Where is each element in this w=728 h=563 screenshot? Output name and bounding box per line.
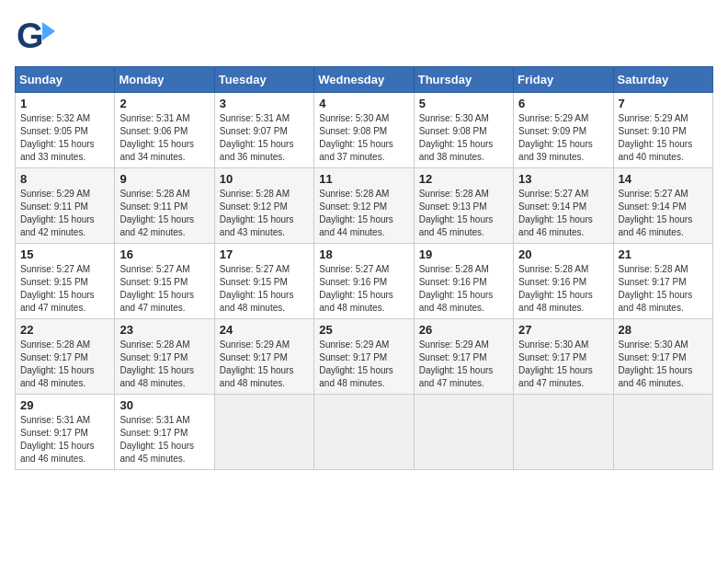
calendar-day-cell: 10 Sunrise: 5:28 AMSunset: 9:12 PMDaylig… bbox=[214, 168, 313, 244]
weekday-header: Friday bbox=[514, 67, 613, 93]
calendar-day-cell bbox=[514, 395, 613, 470]
day-info: Sunrise: 5:29 AMSunset: 9:17 PMDaylight:… bbox=[419, 339, 494, 388]
calendar-day-cell: 14 Sunrise: 5:27 AMSunset: 9:14 PMDaylig… bbox=[613, 168, 712, 244]
day-info: Sunrise: 5:29 AMSunset: 9:17 PMDaylight:… bbox=[220, 339, 294, 388]
day-info: Sunrise: 5:28 AMSunset: 9:16 PMDaylight:… bbox=[518, 264, 593, 313]
day-info: Sunrise: 5:30 AMSunset: 9:17 PMDaylight:… bbox=[619, 339, 693, 388]
day-number: 22 bbox=[20, 323, 109, 337]
day-number: 9 bbox=[119, 172, 209, 186]
day-info: Sunrise: 5:32 AMSunset: 9:05 PMDaylight:… bbox=[20, 113, 95, 162]
calendar-day-cell: 15 Sunrise: 5:27 AMSunset: 9:15 PMDaylig… bbox=[16, 244, 115, 319]
calendar-day-cell: 22 Sunrise: 5:28 AMSunset: 9:17 PMDaylig… bbox=[16, 319, 115, 395]
calendar-day-cell: 3 Sunrise: 5:31 AMSunset: 9:07 PMDayligh… bbox=[214, 93, 313, 168]
day-info: Sunrise: 5:28 AMSunset: 9:17 PMDaylight:… bbox=[20, 339, 95, 388]
day-number: 1 bbox=[20, 97, 109, 110]
day-number: 23 bbox=[119, 323, 209, 337]
day-info: Sunrise: 5:29 AMSunset: 9:09 PMDaylight:… bbox=[518, 113, 593, 162]
day-number: 28 bbox=[619, 323, 708, 337]
day-info: Sunrise: 5:29 AMSunset: 9:11 PMDaylight:… bbox=[20, 189, 95, 237]
day-info: Sunrise: 5:31 AMSunset: 9:07 PMDaylight:… bbox=[220, 113, 294, 162]
day-info: Sunrise: 5:30 AMSunset: 9:17 PMDaylight:… bbox=[518, 339, 593, 388]
day-info: Sunrise: 5:31 AMSunset: 9:17 PMDaylight:… bbox=[119, 415, 194, 464]
calendar-day-cell bbox=[613, 395, 712, 470]
day-info: Sunrise: 5:28 AMSunset: 9:12 PMDaylight:… bbox=[319, 189, 393, 237]
weekday-header: Tuesday bbox=[214, 67, 313, 93]
day-info: Sunrise: 5:29 AMSunset: 9:17 PMDaylight:… bbox=[319, 339, 393, 388]
calendar-day-cell bbox=[314, 395, 414, 470]
day-number: 30 bbox=[119, 398, 209, 412]
calendar-day-cell: 17 Sunrise: 5:27 AMSunset: 9:15 PMDaylig… bbox=[214, 244, 313, 319]
day-info: Sunrise: 5:28 AMSunset: 9:13 PMDaylight:… bbox=[419, 189, 494, 237]
weekday-header: Saturday bbox=[613, 67, 712, 93]
weekday-header: Wednesday bbox=[314, 67, 414, 93]
day-info: Sunrise: 5:28 AMSunset: 9:17 PMDaylight:… bbox=[119, 339, 194, 388]
day-info: Sunrise: 5:27 AMSunset: 9:14 PMDaylight:… bbox=[619, 189, 693, 237]
day-number: 13 bbox=[518, 172, 608, 186]
calendar-day-cell: 24 Sunrise: 5:29 AMSunset: 9:17 PMDaylig… bbox=[214, 319, 313, 395]
day-info: Sunrise: 5:27 AMSunset: 9:14 PMDaylight:… bbox=[518, 189, 593, 237]
day-number: 29 bbox=[20, 398, 109, 412]
calendar-day-cell: 11 Sunrise: 5:28 AMSunset: 9:12 PMDaylig… bbox=[314, 168, 414, 244]
day-number: 15 bbox=[20, 247, 109, 261]
calendar-day-cell: 13 Sunrise: 5:27 AMSunset: 9:14 PMDaylig… bbox=[514, 168, 613, 244]
header: G bbox=[15, 15, 713, 59]
day-info: Sunrise: 5:28 AMSunset: 9:17 PMDaylight:… bbox=[619, 264, 693, 313]
weekday-header: Thursday bbox=[414, 67, 513, 93]
day-info: Sunrise: 5:28 AMSunset: 9:12 PMDaylight:… bbox=[220, 189, 294, 237]
day-number: 27 bbox=[518, 323, 608, 337]
calendar-day-cell: 27 Sunrise: 5:30 AMSunset: 9:17 PMDaylig… bbox=[514, 319, 613, 395]
day-number: 19 bbox=[419, 247, 508, 261]
day-number: 21 bbox=[619, 247, 708, 261]
calendar-day-cell: 29 Sunrise: 5:31 AMSunset: 9:17 PMDaylig… bbox=[16, 395, 115, 470]
day-info: Sunrise: 5:27 AMSunset: 9:15 PMDaylight:… bbox=[220, 264, 294, 313]
calendar-day-cell: 5 Sunrise: 5:30 AMSunset: 9:08 PMDayligh… bbox=[414, 93, 513, 168]
calendar-day-cell: 26 Sunrise: 5:29 AMSunset: 9:17 PMDaylig… bbox=[414, 319, 513, 395]
calendar-day-cell: 1 Sunrise: 5:32 AMSunset: 9:05 PMDayligh… bbox=[16, 93, 115, 168]
day-number: 2 bbox=[119, 97, 209, 110]
calendar-day-cell: 7 Sunrise: 5:29 AMSunset: 9:10 PMDayligh… bbox=[613, 93, 712, 168]
day-info: Sunrise: 5:28 AMSunset: 9:16 PMDaylight:… bbox=[419, 264, 494, 313]
day-info: Sunrise: 5:27 AMSunset: 9:16 PMDaylight:… bbox=[319, 264, 393, 313]
day-number: 12 bbox=[419, 172, 508, 186]
calendar-day-cell: 8 Sunrise: 5:29 AMSunset: 9:11 PMDayligh… bbox=[16, 168, 115, 244]
calendar-day-cell: 12 Sunrise: 5:28 AMSunset: 9:13 PMDaylig… bbox=[414, 168, 513, 244]
day-number: 17 bbox=[220, 247, 309, 261]
calendar-day-cell: 23 Sunrise: 5:28 AMSunset: 9:17 PMDaylig… bbox=[115, 319, 214, 395]
calendar-week-row: 29 Sunrise: 5:31 AMSunset: 9:17 PMDaylig… bbox=[16, 395, 713, 470]
calendar-day-cell bbox=[214, 395, 313, 470]
calendar-week-row: 1 Sunrise: 5:32 AMSunset: 9:05 PMDayligh… bbox=[16, 93, 713, 168]
day-number: 3 bbox=[220, 97, 309, 110]
day-number: 8 bbox=[20, 172, 109, 186]
calendar-day-cell: 4 Sunrise: 5:30 AMSunset: 9:08 PMDayligh… bbox=[314, 93, 414, 168]
day-number: 10 bbox=[220, 172, 309, 186]
day-number: 14 bbox=[619, 172, 708, 186]
calendar-day-cell: 9 Sunrise: 5:28 AMSunset: 9:11 PMDayligh… bbox=[115, 168, 214, 244]
day-number: 18 bbox=[319, 247, 408, 261]
day-number: 5 bbox=[419, 97, 508, 110]
day-number: 4 bbox=[319, 97, 408, 110]
calendar-day-cell bbox=[414, 395, 513, 470]
weekday-header: Monday bbox=[115, 67, 214, 93]
calendar-day-cell: 19 Sunrise: 5:28 AMSunset: 9:16 PMDaylig… bbox=[414, 244, 513, 319]
day-number: 26 bbox=[419, 323, 508, 337]
svg-marker-1 bbox=[42, 22, 55, 40]
day-number: 11 bbox=[319, 172, 408, 186]
calendar-day-cell: 6 Sunrise: 5:29 AMSunset: 9:09 PMDayligh… bbox=[514, 93, 613, 168]
calendar-header-row: SundayMondayTuesdayWednesdayThursdayFrid… bbox=[16, 67, 713, 93]
day-info: Sunrise: 5:31 AMSunset: 9:06 PMDaylight:… bbox=[119, 113, 194, 162]
calendar-day-cell: 21 Sunrise: 5:28 AMSunset: 9:17 PMDaylig… bbox=[613, 244, 712, 319]
day-number: 20 bbox=[518, 247, 608, 261]
calendar-day-cell: 18 Sunrise: 5:27 AMSunset: 9:16 PMDaylig… bbox=[314, 244, 414, 319]
calendar-day-cell: 16 Sunrise: 5:27 AMSunset: 9:15 PMDaylig… bbox=[115, 244, 214, 319]
calendar: SundayMondayTuesdayWednesdayThursdayFrid… bbox=[15, 66, 713, 470]
weekday-header: Sunday bbox=[16, 67, 115, 93]
logo: G bbox=[15, 15, 63, 59]
day-number: 24 bbox=[220, 323, 309, 337]
calendar-week-row: 22 Sunrise: 5:28 AMSunset: 9:17 PMDaylig… bbox=[16, 319, 713, 395]
day-number: 7 bbox=[619, 97, 708, 110]
day-info: Sunrise: 5:27 AMSunset: 9:15 PMDaylight:… bbox=[119, 264, 194, 313]
day-number: 6 bbox=[518, 97, 608, 110]
calendar-day-cell: 2 Sunrise: 5:31 AMSunset: 9:06 PMDayligh… bbox=[115, 93, 214, 168]
day-info: Sunrise: 5:30 AMSunset: 9:08 PMDaylight:… bbox=[319, 113, 393, 162]
calendar-day-cell: 20 Sunrise: 5:28 AMSunset: 9:16 PMDaylig… bbox=[514, 244, 613, 319]
